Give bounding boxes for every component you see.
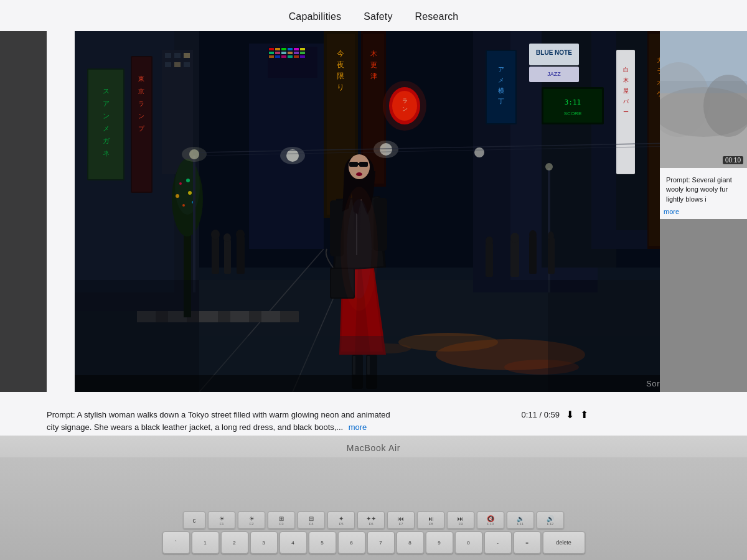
video-controls-right: 0:11 / 0:59 ⬇ ⬆: [522, 409, 588, 421]
key-0[interactable]: 0: [455, 531, 482, 554]
video-time-display: 0:11 / 0:59: [522, 410, 560, 419]
macbook-label: MacBook Air: [347, 443, 400, 453]
key-row-numbers: ` 1 2 3 4 5 6 7 8 9 0 - = delete: [0, 531, 747, 554]
key-f2[interactable]: ☀ F2: [238, 511, 265, 529]
key-equals[interactable]: =: [514, 531, 541, 554]
right-thumb-info: Prompt: Several giant wooly long wooly f…: [660, 168, 747, 219]
right-thumb-prompt: Prompt: Several giant wooly long wooly f…: [664, 172, 743, 208]
key-f4[interactable]: ⊟ F4: [298, 511, 325, 529]
key-f9[interactable]: ⏭ F9: [447, 511, 474, 529]
key-5[interactable]: 5: [309, 531, 336, 554]
right-thumb-time: 00:10: [723, 156, 743, 164]
key-backtick[interactable]: `: [162, 531, 190, 554]
key-2[interactable]: 2: [221, 531, 248, 554]
key-1[interactable]: 1: [192, 531, 219, 554]
main-video[interactable]: ス ア ン メ ガ ネ 東 京 ラ ン プ: [75, 31, 672, 392]
key-6[interactable]: 6: [338, 531, 365, 554]
key-f6[interactable]: ✦✦ F6: [357, 511, 385, 529]
key-8[interactable]: 8: [397, 531, 424, 554]
key-f10[interactable]: 🔇 F10: [477, 511, 504, 529]
key-delete[interactable]: delete: [543, 531, 585, 554]
download-button[interactable]: ⬇: [566, 409, 574, 421]
video-info-bar: Sora: [75, 375, 672, 392]
key-f5[interactable]: ✦ F5: [327, 511, 355, 529]
fn-key-row: c ☀ F1 ☀ F2 ⊞ F3 ⊟ F4 ✦ F5 ✦✦ F6: [0, 511, 747, 529]
key-f3[interactable]: ⊞ F3: [268, 511, 295, 529]
video-description-bar: Prompt: A stylish woman walks down a Tok…: [47, 404, 588, 436]
key-4[interactable]: 4: [280, 531, 307, 554]
video-prompt-text: Prompt: A stylish woman walks down a Tok…: [47, 409, 395, 433]
key-c-icon: c: [193, 517, 196, 524]
share-button[interactable]: ⬆: [580, 409, 588, 421]
key-f11[interactable]: 🔉 F11: [507, 511, 534, 529]
key-f7[interactable]: ⏮ F7: [387, 511, 415, 529]
keyboard-area: c ☀ F1 ☀ F2 ⊞ F3 ⊟ F4 ✦ F5 ✦✦ F6: [0, 457, 747, 560]
nav-research[interactable]: Research: [415, 11, 459, 22]
key-7[interactable]: 7: [367, 531, 395, 554]
macbook-bezel: MacBook Air: [0, 436, 747, 460]
screen-area: Capabilities Safety Research: [0, 0, 747, 436]
nav-safety[interactable]: Safety: [364, 11, 392, 22]
key-f1[interactable]: ☀ F1: [208, 511, 235, 529]
nav-capabilities[interactable]: Capabilities: [289, 11, 342, 22]
key-9[interactable]: 9: [426, 531, 453, 554]
side-video-right: 00:10 Prompt: Several giant wooly long w…: [660, 31, 747, 392]
key-3[interactable]: 3: [250, 531, 278, 554]
nav-bar: Capabilities Safety Research: [0, 0, 747, 31]
video-scene: ス ア ン メ ガ ネ 東 京 ラ ン プ: [75, 31, 672, 392]
prompt-more-link[interactable]: more: [349, 422, 367, 432]
right-thumb-more[interactable]: more: [664, 208, 743, 215]
key-f8[interactable]: ⏯ F8: [417, 511, 444, 529]
prompt-text: Prompt: A stylish woman walks down a Tok…: [47, 410, 390, 432]
key-f12[interactable]: 🔊 F12: [537, 511, 564, 529]
key-fn-left-extra[interactable]: c: [183, 511, 205, 529]
content-area: ス ア ン メ ガ ネ 東 京 ラ ン プ: [0, 31, 747, 436]
left-side-panel: [0, 31, 47, 392]
right-thumb-top: 00:10: [660, 31, 747, 168]
key-minus[interactable]: -: [484, 531, 512, 554]
